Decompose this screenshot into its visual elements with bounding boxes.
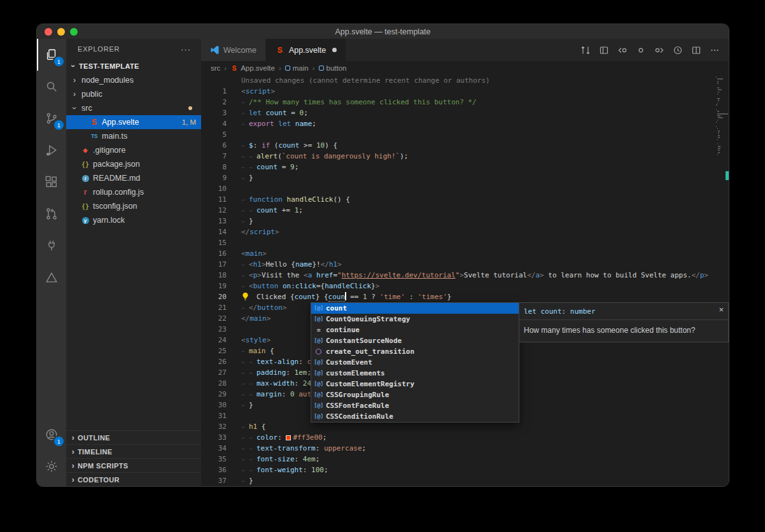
color-swatch[interactable] bbox=[286, 435, 291, 440]
item-label: public bbox=[81, 90, 102, 99]
suggestion-CountQueuingStrategy[interactable]: [@]CountQueuingStrategy bbox=[311, 314, 519, 325]
breadcrumb-button[interactable]: button bbox=[319, 64, 347, 72]
annotate-icon[interactable] bbox=[636, 45, 646, 55]
line-number: 15 bbox=[201, 237, 227, 248]
prev-change-icon[interactable] bbox=[617, 45, 628, 55]
suggestion-CustomEvent[interactable]: [@]CustomEvent bbox=[311, 357, 519, 368]
titlebar[interactable]: App.svelte — test-template bbox=[37, 24, 729, 39]
chevron-down-icon: › bbox=[69, 62, 78, 71]
lightbulb-icon[interactable] bbox=[241, 291, 256, 302]
whitespace-tab-icon: → bbox=[249, 151, 256, 162]
suggestion-CSSFontFaceRule[interactable]: [@]CSSFontFaceRule bbox=[311, 400, 519, 411]
suggestion-CSSConditionRule[interactable]: [@]CSSConditionRule bbox=[311, 411, 519, 422]
explorer-more-actions-button[interactable]: ··· bbox=[181, 45, 191, 54]
activity-explorer-button[interactable]: 1 bbox=[37, 39, 66, 71]
next-change-icon[interactable] bbox=[654, 45, 664, 55]
minimap[interactable] bbox=[715, 76, 729, 156]
git-decoration: 1, M bbox=[182, 118, 196, 126]
line-number: 9 bbox=[201, 172, 227, 183]
line-number: 19 bbox=[201, 281, 227, 291]
suggestion-count[interactable]: [@]count bbox=[311, 303, 519, 314]
whitespace-tab-icon: → bbox=[241, 260, 249, 270]
code-editor[interactable]: Unsaved changes (cannot determine recent… bbox=[201, 75, 729, 486]
activity-search-button[interactable] bbox=[37, 71, 66, 102]
line-number: 24 bbox=[201, 335, 227, 346]
activity-extensions-button[interactable] bbox=[37, 166, 66, 198]
activity-settings-gear-button[interactable] bbox=[37, 451, 66, 482]
section-codetour[interactable]: ›CODETOUR bbox=[66, 472, 201, 486]
svelte-file-icon: S bbox=[275, 46, 285, 55]
file-App-svelte[interactable]: SApp.svelte1, M bbox=[66, 115, 201, 129]
breadcrumb-app-svelte[interactable]: SApp.svelte bbox=[230, 64, 275, 72]
badge-count: 1 bbox=[54, 437, 64, 446]
folder-node_modules[interactable]: ›node_modules bbox=[66, 73, 201, 87]
suggestion-customElements[interactable]: [@]customElements bbox=[311, 368, 519, 379]
vscode-icon bbox=[210, 45, 220, 55]
more-actions-icon[interactable] bbox=[710, 45, 720, 55]
folder-public[interactable]: ›public bbox=[66, 87, 201, 101]
split-editor-icon[interactable] bbox=[691, 45, 701, 55]
tab-welcome[interactable]: Welcome bbox=[201, 39, 266, 61]
close-window-button[interactable] bbox=[45, 28, 52, 36]
activity-run-debug-button[interactable] bbox=[37, 134, 66, 166]
symbol-icon bbox=[285, 66, 290, 71]
whitespace-tab-icon: → bbox=[241, 368, 249, 379]
file-tree: ›node_modules›public›srcSApp.svelte1, MT… bbox=[66, 73, 201, 227]
whitespace-tab-icon: → bbox=[249, 444, 256, 454]
activity-account-button[interactable]: 1 bbox=[37, 419, 66, 451]
code-line-17: 17→<h1>Hello {name}!</h1> bbox=[201, 259, 729, 270]
suggestion-CSSGroupingRule[interactable]: [@]CSSGroupingRule bbox=[311, 389, 519, 400]
breadcrumb-label: App.svelte bbox=[241, 64, 275, 72]
activity-triangle-button[interactable] bbox=[37, 262, 66, 293]
history-icon[interactable] bbox=[673, 45, 683, 55]
breadcrumb-src[interactable]: src bbox=[211, 64, 220, 72]
open-preview-icon[interactable] bbox=[599, 45, 609, 55]
yarn-file-icon: y bbox=[82, 217, 89, 224]
activity-remote-button[interactable] bbox=[37, 230, 66, 262]
minimize-window-button[interactable] bbox=[57, 28, 65, 36]
whitespace-tab-icon: → bbox=[241, 454, 249, 465]
suggestion-create_out_transition[interactable]: create_out_transition bbox=[311, 346, 519, 357]
zoom-window-button[interactable] bbox=[70, 28, 78, 36]
section-label: OUTLINE bbox=[78, 434, 110, 442]
whitespace-tab-icon: → bbox=[249, 454, 256, 465]
whitespace-tab-icon: → bbox=[241, 433, 249, 444]
project-section-header[interactable]: › TEST-TEMPLATE bbox=[66, 59, 201, 73]
section-npm-scripts[interactable]: ›NPM SCRIPTS bbox=[66, 458, 201, 472]
suggestion-label: CSSFontFaceRule bbox=[326, 400, 389, 411]
suggestion-CustomElementRegistry[interactable]: [@]CustomElementRegistry bbox=[311, 379, 519, 389]
sidebar-bottom-sections: ›OUTLINE›TIMELINE›NPM SCRIPTS›CODETOUR bbox=[66, 430, 201, 486]
project-name: TEST-TEMPLATE bbox=[79, 62, 139, 70]
whitespace-tab-icon: → bbox=[249, 465, 256, 476]
whitespace-tab-icon: → bbox=[241, 108, 249, 119]
suggestion-continue[interactable]: ≡continue bbox=[311, 325, 519, 335]
compare-changes-icon[interactable] bbox=[580, 45, 591, 55]
symbol-variable-icon: [@] bbox=[313, 303, 324, 314]
activity-github-pr-button[interactable] bbox=[37, 198, 66, 230]
file-tsconfig-json[interactable]: {}tsconfig.json bbox=[66, 199, 201, 213]
whitespace-tab-icon: → bbox=[241, 162, 249, 173]
breadcrumb-label: button bbox=[326, 64, 347, 72]
file--gitignore[interactable]: ◆.gitignore bbox=[66, 143, 201, 157]
code-line-20: 20Clicked {count} {coun == 1 ? 'time' : … bbox=[201, 291, 729, 302]
ts-file-icon: TS bbox=[89, 133, 99, 139]
file-main-ts[interactable]: TSmain.ts bbox=[66, 129, 201, 143]
section-outline[interactable]: ›OUTLINE bbox=[66, 430, 201, 444]
file-yarn-lock[interactable]: yyarn.lock bbox=[66, 213, 201, 227]
line-number: 30 bbox=[201, 400, 227, 410]
suggestion-ConstantSourceNode[interactable]: [@]ConstantSourceNode bbox=[311, 335, 519, 346]
settings-gear-icon bbox=[45, 459, 59, 473]
folder-src[interactable]: ›src bbox=[66, 101, 201, 115]
tab-app-svelte[interactable]: SApp.svelte bbox=[266, 39, 346, 61]
line-number: 34 bbox=[201, 443, 227, 454]
breadcrumb[interactable]: src›SApp.svelte›main›button bbox=[201, 61, 729, 75]
close-icon[interactable]: × bbox=[719, 306, 724, 313]
code-line-5: 5 bbox=[201, 129, 729, 140]
section-timeline[interactable]: ›TIMELINE bbox=[66, 444, 201, 458]
file-README-md[interactable]: iREADME.md bbox=[66, 171, 201, 185]
breadcrumb-label: src bbox=[211, 64, 220, 72]
breadcrumb-main[interactable]: main bbox=[285, 64, 309, 72]
activity-source-control-button[interactable]: 1 bbox=[37, 102, 66, 134]
file-rollup-config-js[interactable]: rrollup.config.js bbox=[66, 185, 201, 199]
file-package-json[interactable]: {}package.json bbox=[66, 157, 201, 171]
